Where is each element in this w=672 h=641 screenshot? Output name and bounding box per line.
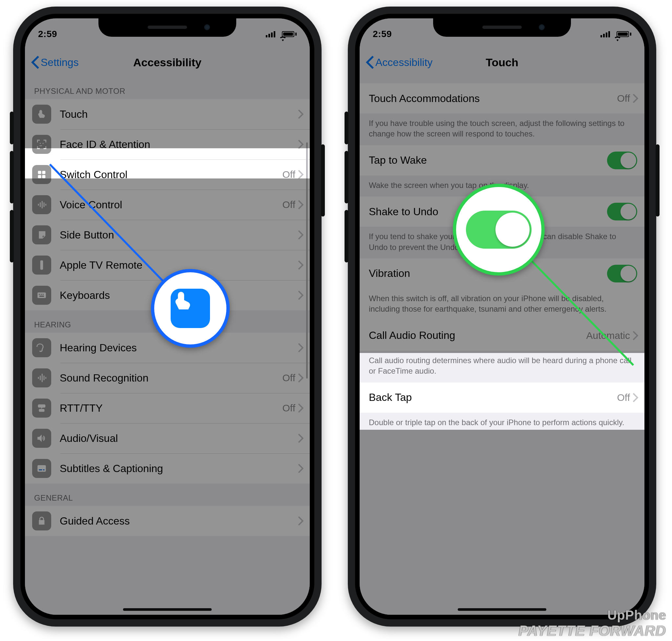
svg-rect-3 bbox=[42, 175, 45, 178]
chevron-left-icon bbox=[31, 56, 39, 69]
side-button-decoration bbox=[321, 144, 325, 217]
svg-rect-9 bbox=[39, 296, 44, 297]
keyboard-icon bbox=[32, 286, 51, 305]
svg-rect-8 bbox=[43, 294, 44, 295]
toggle-vibration[interactable] bbox=[607, 265, 637, 283]
callout-toggle bbox=[453, 184, 545, 275]
row-label: Face ID & Attention bbox=[60, 138, 298, 151]
chevron-right-icon bbox=[633, 94, 639, 103]
side-button-icon bbox=[32, 226, 51, 244]
chevron-right-icon bbox=[298, 260, 304, 270]
row-subtitles-captioning[interactable]: Subtitles & Captioning bbox=[25, 453, 310, 483]
content-left[interactable]: PHYSICAL AND MOTOR Touch Face ID & Atten… bbox=[25, 77, 310, 615]
status-time: 2:59 bbox=[38, 29, 57, 39]
chevron-right-icon bbox=[298, 343, 304, 352]
chevron-right-icon bbox=[298, 110, 304, 119]
row-label: Switch Control bbox=[60, 168, 283, 181]
row-touch-accommodations[interactable]: Touch Accommodations Off bbox=[360, 83, 644, 113]
svg-rect-4 bbox=[40, 260, 43, 270]
row-side-button[interactable]: Side Button bbox=[25, 220, 310, 250]
row-guided-access[interactable]: Guided Access bbox=[25, 506, 310, 536]
notch bbox=[98, 18, 236, 37]
svg-rect-12 bbox=[39, 469, 42, 470]
side-button-decoration bbox=[656, 144, 660, 217]
ear-icon bbox=[32, 338, 51, 357]
footer-note-car: Call audio routing determines where audi… bbox=[360, 351, 644, 382]
touch-icon bbox=[171, 289, 210, 328]
row-value: Off bbox=[283, 403, 295, 414]
chevron-right-icon bbox=[298, 516, 304, 526]
cellular-icon bbox=[266, 31, 275, 37]
chevron-right-icon bbox=[298, 464, 304, 473]
toggle-tap-to-wake[interactable] bbox=[607, 152, 637, 169]
audio-visual-icon bbox=[32, 429, 51, 448]
chevron-left-icon bbox=[365, 56, 374, 69]
row-switch-control[interactable]: Switch Control Off bbox=[25, 160, 310, 190]
row-face-id[interactable]: Face ID & Attention bbox=[25, 129, 310, 160]
group-back-tap: Back Tap Off bbox=[360, 382, 644, 413]
faceid-icon bbox=[32, 135, 51, 154]
row-voice-control[interactable]: Voice Control Off bbox=[25, 190, 310, 220]
content-right[interactable]: Touch Accommodations Off If you have tro… bbox=[360, 77, 644, 615]
appletv-remote-icon bbox=[32, 256, 51, 275]
chevron-right-icon bbox=[298, 373, 304, 382]
nav-back-label: Accessibility bbox=[375, 56, 432, 69]
nav-back-button[interactable]: Settings bbox=[31, 56, 79, 69]
battery-icon bbox=[617, 31, 631, 37]
row-value: Off bbox=[617, 392, 630, 403]
row-value: Off bbox=[283, 169, 295, 180]
row-touch[interactable]: Touch bbox=[25, 99, 310, 129]
svg-rect-1 bbox=[42, 171, 45, 174]
row-call-audio-routing[interactable]: Call Audio Routing Automatic bbox=[360, 320, 644, 351]
side-button-decoration bbox=[345, 111, 348, 144]
row-rtt-tty[interactable]: RTT/TTY Off bbox=[25, 393, 310, 423]
row-label: Subtitles & Captioning bbox=[60, 463, 298, 475]
chevron-right-icon bbox=[298, 434, 304, 443]
row-label: Touch Accommodations bbox=[369, 93, 617, 105]
guided-access-icon bbox=[32, 512, 51, 530]
row-sound-recognition[interactable]: Sound Recognition Off bbox=[25, 363, 310, 393]
side-button-decoration bbox=[10, 111, 14, 144]
row-label: Audio/Visual bbox=[60, 432, 298, 445]
svg-rect-7 bbox=[41, 294, 42, 295]
toggle-on-large bbox=[466, 210, 532, 249]
notch bbox=[433, 18, 571, 37]
chevron-right-icon bbox=[633, 331, 639, 340]
list-hearing: Hearing Devices Sound Recognition Off RT… bbox=[25, 333, 310, 483]
rtt-tty-icon bbox=[32, 398, 51, 418]
nav-back-label: Settings bbox=[41, 56, 79, 69]
side-button-decoration bbox=[10, 210, 14, 262]
sound-recognition-icon bbox=[32, 368, 51, 387]
row-value: Off bbox=[283, 372, 295, 383]
row-value: Off bbox=[283, 199, 295, 210]
svg-rect-0 bbox=[38, 171, 41, 174]
row-label: Sound Recognition bbox=[60, 372, 283, 384]
row-tap-to-wake[interactable]: Tap to Wake bbox=[360, 145, 644, 176]
row-label: Call Audio Routing bbox=[369, 329, 586, 341]
chevron-right-icon bbox=[298, 404, 304, 413]
svg-rect-5 bbox=[37, 292, 46, 298]
group-tap-to-wake: Tap to Wake bbox=[360, 145, 644, 176]
scroll-indicator bbox=[306, 142, 308, 379]
svg-rect-13 bbox=[43, 469, 44, 470]
row-label: Side Button bbox=[60, 229, 298, 241]
footer-note-ta: If you have trouble using the touch scre… bbox=[360, 113, 644, 145]
nav-title: Accessibility bbox=[133, 56, 201, 69]
toggle-shake-to-undo[interactable] bbox=[607, 203, 637, 220]
touch-icon bbox=[32, 105, 51, 124]
nav-back-button[interactable]: Accessibility bbox=[365, 56, 432, 69]
watermark: UpPhone PAYETTE FORWARD bbox=[519, 608, 666, 639]
svg-rect-2 bbox=[38, 175, 41, 178]
footer-note-bt: Double or triple tap on the back of your… bbox=[360, 413, 644, 434]
row-back-tap[interactable]: Back Tap Off bbox=[360, 382, 644, 413]
row-label: Back Tap bbox=[369, 391, 617, 404]
svg-rect-11 bbox=[37, 465, 46, 472]
screen-right: 2:59 Accessibility Touch bbox=[360, 18, 644, 615]
row-audio-visual[interactable]: Audio/Visual bbox=[25, 423, 310, 453]
watermark-payette: PAYETTE FORWARD bbox=[519, 623, 666, 639]
callout-touch-icon bbox=[151, 269, 230, 348]
side-button-decoration bbox=[345, 210, 348, 262]
battery-icon bbox=[282, 31, 297, 37]
row-apple-tv-remote[interactable]: Apple TV Remote bbox=[25, 250, 310, 280]
chevron-right-icon bbox=[298, 230, 304, 240]
